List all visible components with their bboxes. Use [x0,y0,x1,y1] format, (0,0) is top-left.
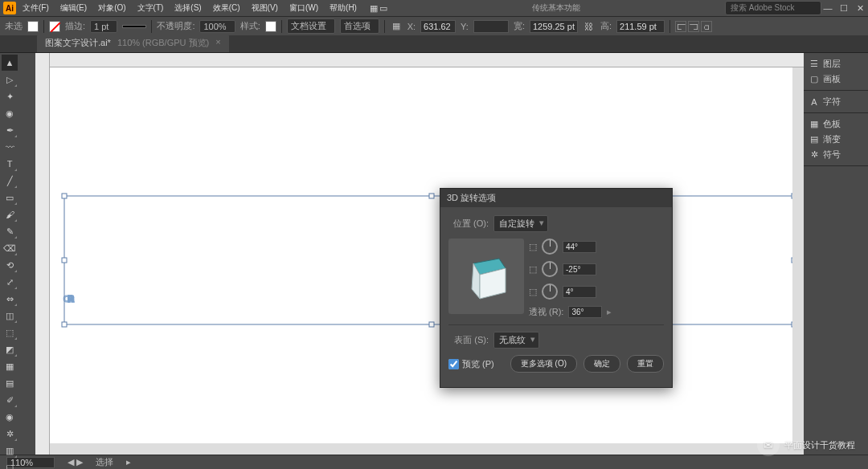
menu-edit[interactable]: 编辑(E) [55,1,92,15]
canvas[interactable]: GRAPHIC GRAP GRAP GRAP [35,53,804,455]
eyedropper-tool[interactable]: ✐ [2,392,18,408]
stroke-weight-input[interactable]: 1 pt [90,20,117,33]
fill-swatch[interactable] [27,21,39,32]
dial-x[interactable] [542,239,558,255]
magic-wand-tool[interactable]: ✦ [2,88,18,104]
gradient-tool[interactable]: ▤ [2,375,18,391]
window-minimize-icon[interactable]: — [823,3,833,13]
options-bar: 未选 描边: 1 pt 不透明度: 100% 样式: 文档设置 首选项 ▦ X:… [0,16,868,35]
y-input[interactable] [473,20,509,33]
angle-y-input[interactable] [563,263,596,275]
scrollbar-horizontal[interactable] [50,443,804,455]
window-close-icon[interactable]: ✕ [855,3,865,13]
menu-type[interactable]: 文字(T) [133,1,169,15]
ok-button[interactable]: 确定 [583,355,620,373]
artboard-tool[interactable]: ▢ [2,459,18,469]
ruler-horizontal[interactable] [50,53,804,67]
arrange-icon[interactable]: ▭ [379,3,387,14]
eraser-tool[interactable]: ⌫ [2,240,18,256]
status-bar: ◀ ▶ 选择 ▸ [0,455,868,469]
stroke-swatch[interactable] [49,21,60,32]
menu-file[interactable]: 文件(F) [18,1,54,15]
dialog-title-text: 3D 旋转选项 [447,192,496,204]
close-tab-icon[interactable]: × [215,37,220,49]
search-adobe-stock[interactable]: 搜索 Adobe Stock [725,1,821,15]
type-tool[interactable]: T [2,156,18,172]
free-transform-tool[interactable]: ◫ [2,308,18,324]
graph-tool[interactable]: ▥ [2,442,18,459]
width-tool[interactable]: ⇔ [2,291,18,307]
lasso-tool[interactable]: ◉ [2,105,18,121]
mesh-tool[interactable]: ▦ [2,358,18,374]
perspective-stepper[interactable]: ▸ [607,307,612,317]
document-tab[interactable]: 图案文字设计.ai* 110% (RGB/GPU 预览) × [37,34,229,52]
panel-gradient[interactable]: ▤渐变 [807,132,865,147]
menu-select[interactable]: 选择(S) [170,1,206,15]
artwork-graphic[interactable]: GRAPHIC GRAP GRAP GRAP [68,190,791,350]
perspective-input[interactable] [568,306,602,318]
panel-artboards[interactable]: ▢画板 [807,71,865,87]
workspace: ▲ ▷ ✦ ◉ ✒ 〰 T ╱ ▭ 🖌 ✎ ⌫ ⟲ ⤢ ⇔ ◫ ⬚ ◩ ▦ ▤ … [0,53,868,455]
dial-z[interactable] [542,283,558,300]
rectangle-tool[interactable]: ▭ [2,190,18,206]
surface-select[interactable]: 无底纹 [493,332,539,349]
shaper-tool[interactable]: ✎ [2,223,18,239]
status-nav[interactable]: ◀ ▶ [68,457,83,467]
doc-setup-button[interactable]: 文档设置 [287,18,335,34]
w-input[interactable] [530,20,578,33]
dialog-3d-rotate[interactable]: 3D 旋转选项 位置 (O): 自定旋转 ⬚ ⬚ [440,188,673,388]
reset-button[interactable]: 重置 [627,355,664,373]
graphic-style-swatch[interactable] [265,21,276,32]
menu-window[interactable]: 窗口(W) [285,1,323,15]
axis-y-icon: ⬚ [529,264,537,275]
svg-rect-2 [429,194,434,198]
line-tool[interactable]: ╱ [2,173,18,189]
angle-x-input[interactable] [563,241,596,253]
panel-symbols[interactable]: ✲符号 [807,147,865,162]
paintbrush-tool[interactable]: 🖌 [2,206,18,222]
preview-check-input[interactable] [448,359,459,369]
transform-ref-icon[interactable]: ▦ [390,20,403,33]
menu-help[interactable]: 帮助(H) [325,1,362,15]
perspective-tool[interactable]: ◩ [2,341,18,357]
symbol-sprayer-tool[interactable]: ✲ [2,426,18,442]
scale-tool[interactable]: ⤢ [2,274,18,290]
scrollbar-vertical[interactable] [792,67,804,443]
curvature-tool[interactable]: 〰 [2,139,18,155]
more-options-button[interactable]: 更多选项 (O) [510,355,577,373]
opacity-input[interactable]: 100% [199,20,235,33]
menu-view[interactable]: 视图(V) [247,1,283,15]
h-input[interactable] [616,20,665,33]
panel-layers[interactable]: ☰图层 [807,56,865,71]
ruler-vertical[interactable] [35,53,50,455]
menu-object[interactable]: 对象(O) [93,1,130,15]
align-right-icon[interactable]: ⫏ [701,21,712,32]
cube-preview[interactable] [448,239,524,314]
status-chevron[interactable]: ▸ [126,457,131,467]
shape-builder-tool[interactable]: ⬚ [2,324,18,341]
bridge-icon[interactable]: ▦ [370,3,378,14]
workspace-title: 传统基本功能 [389,2,723,14]
outline-text: GRAPHIC [63,296,75,302]
align-hcenter-icon[interactable]: ⫎ [688,21,699,32]
selection-handles [62,194,796,327]
pen-tool[interactable]: ✒ [2,122,18,138]
menu-effect[interactable]: 效果(C) [208,1,245,15]
prefs-button[interactable]: 首选项 [340,18,379,34]
rotate-tool[interactable]: ⟲ [2,257,18,273]
blend-tool[interactable]: ◉ [2,409,18,425]
x-input[interactable] [420,20,456,33]
dial-y[interactable] [542,261,558,277]
window-maximize-icon[interactable]: ☐ [839,3,849,13]
preview-checkbox[interactable]: 预览 (P) [448,358,494,370]
link-wh-icon[interactable]: ⛓ [583,20,596,33]
stroke-style-preview[interactable] [122,25,146,28]
position-select[interactable]: 自定旋转 [493,215,548,232]
dialog-titlebar[interactable]: 3D 旋转选项 [440,189,672,207]
direct-selection-tool[interactable]: ▷ [2,71,18,88]
panel-character[interactable]: A字符 [807,94,865,109]
selection-tool[interactable]: ▲ [2,55,18,71]
angle-z-input[interactable] [563,286,596,298]
panel-swatches[interactable]: ▦色板 [807,116,865,132]
align-left-icon[interactable]: ⫍ [675,21,686,32]
